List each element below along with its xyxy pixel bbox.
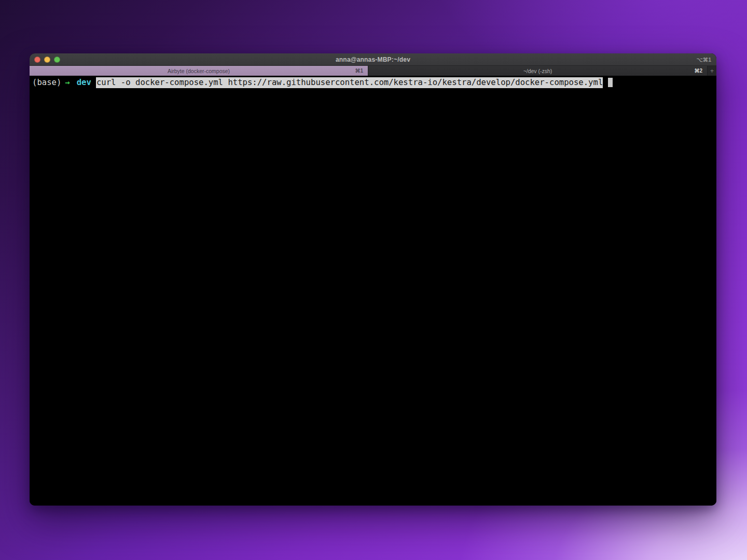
- terminal-content[interactable]: (base)→devcurl -o docker-compose.yml htt…: [30, 76, 716, 506]
- traffic-lights: [34, 53, 60, 65]
- titlebar[interactable]: anna@annas-MBP:~/dev ⌥⌘1: [30, 53, 716, 66]
- window-title: anna@annas-MBP:~/dev: [30, 53, 716, 65]
- prompt-line: (base)→devcurl -o docker-compose.yml htt…: [32, 77, 716, 88]
- new-tab-button[interactable]: +: [708, 66, 716, 76]
- tab-shortcut-label: ⌘1: [355, 66, 363, 76]
- zoom-button[interactable]: [54, 57, 60, 63]
- window-shortcut-label: ⌥⌘1: [697, 53, 711, 65]
- desktop-background: anna@annas-MBP:~/dev ⌥⌘1 Airbyte (docker…: [0, 0, 747, 560]
- command-text: curl -o docker-compose.yml https://raw.g…: [96, 77, 603, 88]
- terminal-cursor: [608, 78, 613, 87]
- tab-label: ~/dev (-zsh): [523, 68, 552, 74]
- close-button[interactable]: [34, 57, 40, 63]
- minimize-button[interactable]: [44, 57, 50, 63]
- tab-label: Airbyte (docker-compose): [168, 68, 230, 74]
- cwd-label: dev: [77, 78, 91, 87]
- tab-shortcut-label: ⌘2: [694, 66, 702, 76]
- terminal-window: anna@annas-MBP:~/dev ⌥⌘1 Airbyte (docker…: [30, 53, 716, 506]
- tab-airbyte-docker-compose[interactable]: Airbyte (docker-compose) ⌘1: [30, 66, 368, 76]
- conda-env-label: (base): [32, 78, 61, 87]
- prompt-arrow-icon: →: [65, 78, 70, 87]
- tab-dev-zsh[interactable]: ~/dev (-zsh) ⌘2: [368, 66, 708, 76]
- plus-icon: +: [710, 67, 714, 75]
- tab-bar: Airbyte (docker-compose) ⌘1 ~/dev (-zsh)…: [30, 66, 716, 76]
